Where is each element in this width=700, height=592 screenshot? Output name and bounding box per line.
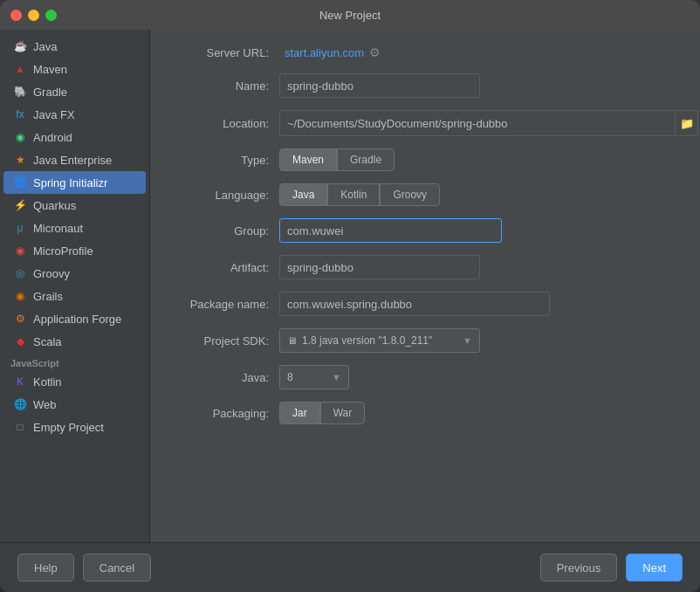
type-row: Type: MavenGradle: [175, 148, 676, 171]
sidebar-item-grails[interactable]: ◉Grails: [3, 285, 146, 307]
quarkus-icon: ⚡: [12, 197, 28, 213]
appforge-icon: ⚙: [12, 311, 28, 327]
sidebar-item-spring[interactable]: 🌀Spring Initializr: [3, 171, 146, 194]
sidebar-item-kotlin[interactable]: KKotlin: [3, 370, 146, 393]
sidebar: ☕Java▲Maven🐘GradlefxJava FX◉Android★Java…: [0, 30, 150, 542]
pkgname-row: Package name:: [175, 292, 676, 316]
sidebar-item-groovy[interactable]: ◎Groovy: [3, 262, 146, 285]
help-button[interactable]: Help: [17, 554, 74, 582]
sidebar-item-label-quarkus: Quarkus: [33, 199, 76, 212]
grails-icon: ◉: [12, 288, 28, 304]
sdk-control: 🖥 1.8 java version "1.8.0_211" ▼: [279, 328, 676, 353]
sidebar-item-microprofile[interactable]: ◉MicroProfile: [3, 239, 146, 262]
previous-button[interactable]: Previous: [540, 554, 618, 582]
type-btn-gradle[interactable]: Gradle: [337, 148, 395, 171]
java-row: Java: 8 ▼: [175, 365, 676, 389]
packaging-row: Packaging: JarWar: [175, 402, 676, 424]
pkgname-input[interactable]: [279, 292, 550, 316]
sidebar-item-label-android: Android: [33, 131, 72, 144]
next-button[interactable]: Next: [626, 554, 683, 582]
type-button-group: MavenGradle: [279, 148, 395, 171]
language-row: Language: JavaKotlinGroovy: [175, 183, 676, 206]
sdk-icon: 🖥: [287, 335, 297, 346]
cancel-button[interactable]: Cancel: [83, 554, 151, 582]
group-input[interactable]: [279, 218, 502, 243]
server-url-label: Server URL:: [175, 46, 279, 59]
sidebar-item-label-kotlin: Kotlin: [33, 375, 62, 389]
sidebar-item-label-micronaut: Micronaut: [33, 222, 83, 235]
sidebar-item-enterprise[interactable]: ★Java Enterprise: [3, 148, 146, 171]
window-title: New Project: [319, 9, 381, 22]
artifact-row: Artifact:: [175, 255, 676, 279]
groovy-icon: ◎: [12, 265, 28, 281]
gradle-icon: 🐘: [12, 84, 28, 100]
sidebar-item-label-gradle: Gradle: [33, 86, 67, 99]
packaging-label: Packaging:: [175, 407, 279, 420]
packaging-control: JarWar: [279, 402, 676, 424]
sidebar-item-gradle[interactable]: 🐘Gradle: [3, 80, 146, 103]
android-icon: ◉: [12, 129, 28, 145]
language-control: JavaKotlinGroovy: [279, 183, 676, 206]
sidebar-item-label-spring: Spring Initializr: [33, 176, 107, 189]
name-input[interactable]: [279, 73, 480, 98]
java-value: 8: [287, 371, 293, 383]
sidebar-item-label-appforge: Application Forge: [33, 313, 121, 326]
footer-left: Help Cancel: [17, 554, 151, 582]
main-content: ☕Java▲Maven🐘GradlefxJava FX◉Android★Java…: [0, 30, 700, 542]
location-input[interactable]: [280, 111, 675, 135]
footer: Help Cancel Previous Next: [0, 542, 700, 592]
artifact-label: Artifact:: [175, 261, 279, 274]
sidebar-item-empty[interactable]: □Empty Project: [3, 416, 146, 438]
name-label: Name:: [175, 79, 279, 93]
sidebar-item-label-java: Java: [33, 40, 57, 53]
sidebar-item-label-maven: Maven: [33, 63, 67, 76]
server-url-row: Server URL: start.aliyun.com ⚙: [175, 45, 676, 59]
sidebar-item-appforge[interactable]: ⚙Application Forge: [3, 307, 146, 330]
java-icon: ☕: [12, 38, 28, 54]
sidebar-item-scala[interactable]: ◆Scala: [3, 330, 146, 353]
maximize-button[interactable]: [45, 10, 57, 21]
java-dropdown[interactable]: 8 ▼: [279, 365, 349, 389]
lang-btn-kotlin[interactable]: Kotlin: [327, 183, 380, 206]
sidebar-item-web[interactable]: 🌐Web: [3, 393, 146, 416]
sidebar-item-quarkus[interactable]: ⚡Quarkus: [3, 194, 146, 217]
sidebar-item-label-groovy: Groovy: [33, 267, 70, 280]
sidebar-item-label-grails: Grails: [33, 290, 63, 303]
group-label: Group:: [175, 224, 279, 237]
java-control: 8 ▼: [279, 365, 676, 389]
sidebar-item-label-empty: Empty Project: [33, 421, 104, 434]
server-url-value[interactable]: start.aliyun.com: [285, 46, 364, 59]
micronaut-icon: μ: [12, 220, 28, 236]
sidebar-item-android[interactable]: ◉Android: [3, 126, 146, 148]
spring-icon: 🌀: [12, 175, 28, 190]
titlebar-buttons: [10, 10, 57, 21]
minimize-button[interactable]: [28, 10, 39, 21]
sidebar-item-java[interactable]: ☕Java: [3, 35, 146, 58]
java-label: Java:: [175, 371, 279, 384]
location-row: Location: 📁: [175, 110, 676, 136]
microprofile-icon: ◉: [12, 243, 28, 258]
packaging-btn-jar[interactable]: Jar: [279, 402, 320, 424]
sidebar-item-label-scala: Scala: [33, 335, 62, 348]
lang-btn-java[interactable]: Java: [279, 183, 327, 206]
location-input-wrapper: 📁: [279, 110, 698, 136]
sidebar-item-javafx[interactable]: fxJava FX: [3, 103, 146, 126]
scala-icon: ◆: [12, 334, 28, 349]
close-button[interactable]: [10, 10, 22, 21]
sdk-dropdown[interactable]: 🖥 1.8 java version "1.8.0_211" ▼: [279, 328, 480, 353]
sdk-value: 1.8 java version "1.8.0_211": [302, 334, 432, 347]
lang-btn-groovy[interactable]: Groovy: [380, 183, 440, 206]
type-btn-maven[interactable]: Maven: [279, 148, 337, 171]
artifact-input[interactable]: [279, 255, 480, 279]
packaging-btn-war[interactable]: War: [320, 402, 366, 424]
artifact-control: [279, 255, 676, 279]
sidebar-item-maven[interactable]: ▲Maven: [3, 58, 146, 80]
form-area: Server URL: start.aliyun.com ⚙ Name: Loc…: [150, 30, 700, 542]
sidebar-item-micronaut[interactable]: μMicronaut: [3, 217, 146, 239]
titlebar: New Project: [0, 0, 700, 30]
sidebar-item-label-javafx: Java FX: [33, 108, 75, 121]
location-browse-button[interactable]: 📁: [675, 112, 697, 134]
language-label: Language:: [175, 189, 279, 202]
settings-icon[interactable]: ⚙: [369, 45, 381, 59]
location-label: Location:: [175, 117, 279, 130]
